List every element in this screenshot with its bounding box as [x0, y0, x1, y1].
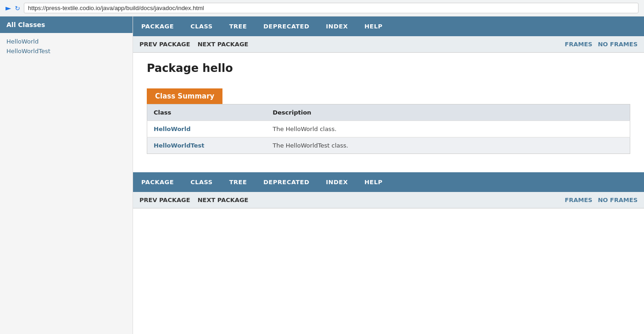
- col-header-class: Class: [147, 104, 266, 121]
- bottom-sub-nav: PREV PACKAGE NEXT PACKAGE FRAMES NO FRAM…: [133, 192, 644, 208]
- table-row: HelloWorld The HelloWorld class.: [147, 121, 630, 137]
- bottom-nav-bar: PACKAGE CLASS TREE DEPRECATED INDEX HELP: [133, 172, 644, 192]
- nav-package[interactable]: PACKAGE: [133, 16, 182, 36]
- nav-tree[interactable]: TREE: [221, 16, 255, 36]
- table-row: HelloWorldTest The HelloWorldTest class.: [147, 137, 630, 154]
- no-frames-link[interactable]: NO FRAMES: [598, 41, 638, 48]
- prev-package-link[interactable]: PREV PACKAGE: [139, 41, 194, 48]
- nav-class[interactable]: CLASS: [182, 16, 221, 36]
- sidebar-link-helloworldtest[interactable]: HelloWorldTest: [6, 46, 126, 56]
- next-package-link[interactable]: NEXT PACKAGE: [198, 41, 252, 48]
- main-layout: All Classes HelloWorld HelloWorldTest PA…: [0, 16, 644, 334]
- footer-nav-package[interactable]: PACKAGE: [133, 172, 182, 192]
- class-summary-tab: Class Summary: [147, 88, 222, 104]
- sidebar: All Classes HelloWorld HelloWorldTest: [0, 16, 133, 334]
- url-bar[interactable]: [24, 3, 638, 13]
- sidebar-links: HelloWorld HelloWorldTest: [0, 33, 133, 60]
- footer-nav-tree[interactable]: TREE: [221, 172, 255, 192]
- class-desc-cell: The HelloWorldTest class.: [266, 137, 630, 154]
- class-desc-cell: The HelloWorld class.: [266, 121, 630, 137]
- nav-index[interactable]: INDEX: [318, 16, 356, 36]
- nav-deprecated[interactable]: DEPRECATED: [255, 16, 317, 36]
- footer-no-frames-link[interactable]: NO FRAMES: [598, 197, 638, 203]
- top-nav-bar: PACKAGE CLASS TREE DEPRECATED INDEX HELP: [133, 16, 644, 36]
- package-content: Package hello Class Summary Class Descri…: [133, 53, 644, 172]
- footer-prev-package-link[interactable]: PREV PACKAGE: [139, 197, 194, 203]
- summary-table: Class Description HelloWorld The HelloWo…: [147, 104, 630, 154]
- content-area: PACKAGE CLASS TREE DEPRECATED INDEX HELP…: [133, 16, 644, 334]
- top-sub-nav: PREV PACKAGE NEXT PACKAGE FRAMES NO FRAM…: [133, 36, 644, 53]
- footer-frames-link[interactable]: FRAMES: [565, 197, 592, 203]
- package-title: Package hello: [147, 62, 630, 75]
- col-header-description: Description: [266, 104, 630, 121]
- footer-nav-index[interactable]: INDEX: [318, 172, 356, 192]
- browser-bar: ► ↻: [0, 0, 644, 16]
- footer-nav-deprecated[interactable]: DEPRECATED: [255, 172, 317, 192]
- class-name-cell: HelloWorldTest: [147, 137, 266, 154]
- footer-next-package-link[interactable]: NEXT PACKAGE: [198, 197, 252, 203]
- back-icon[interactable]: ►: [6, 4, 11, 12]
- reload-icon[interactable]: ↻: [15, 5, 20, 12]
- sidebar-link-helloworld[interactable]: HelloWorld: [6, 37, 126, 46]
- class-link-helloworldtest[interactable]: HelloWorldTest: [154, 142, 204, 149]
- class-name-cell: HelloWorld: [147, 121, 266, 137]
- sidebar-title: All Classes: [0, 16, 133, 33]
- nav-help[interactable]: HELP: [356, 16, 391, 36]
- footer-nav-help[interactable]: HELP: [356, 172, 391, 192]
- class-link-helloworld[interactable]: HelloWorld: [154, 126, 191, 132]
- frames-link[interactable]: FRAMES: [565, 41, 592, 48]
- footer-nav-class[interactable]: CLASS: [182, 172, 221, 192]
